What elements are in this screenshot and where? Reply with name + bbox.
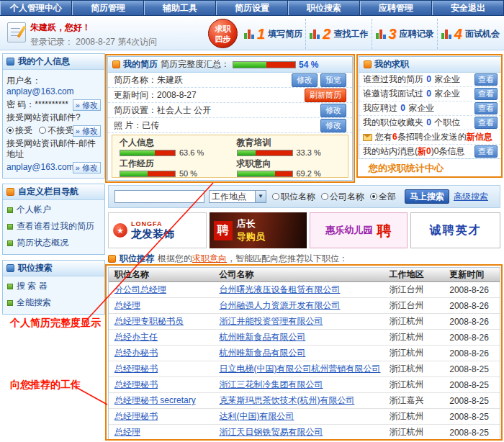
modify-resume-button[interactable]: 修改 [292,73,318,87]
location-select[interactable]: 工作地点 ▼ [209,190,266,203]
job-company-link[interactable]: 浙江三花制冷集团有限公司 [219,379,323,389]
nav-personal-center[interactable]: 个人管理中心 [0,1,72,15]
password-row: 密 码：********** » 修改 [6,99,101,110]
row-text: 个职位 [432,117,460,127]
job-intent-link[interactable]: 求职意向 [192,253,227,263]
job-company-link[interactable]: 克莱斯玛思茶饮技术(杭州)有限公司 [219,395,354,405]
panel-custom-nav: 自定义栏目导航 个人帐户 查看谁看过我的简历 简历状态概况 [2,184,105,255]
radio-position[interactable] [272,193,279,200]
job-position-link[interactable]: 总经理专职秘书员 [114,316,184,326]
nav-resume-settings[interactable]: 简历设置 [216,1,288,15]
sidebar-item-who-viewed-resume[interactable]: 查看谁看过我的简历 [3,218,104,235]
sidebar-item-omni-search[interactable]: 全能搜索 [3,294,104,311]
step-application-record[interactable]: 3 应聘记录 [372,19,438,49]
step-interview-chance[interactable]: 4 面试机会 [438,19,503,49]
section-personal-info: 个人信息 63.6 % [120,138,224,157]
banner-longfa-decoration[interactable]: ★ LONGFA龙发装饰 [108,212,207,248]
row-count: 0 [426,117,432,127]
step-find-job[interactable]: 2 查找工作 [306,19,372,49]
resume-completeness-bar [233,61,296,68]
subtitle-text: ，智能匹配向您推荐以下职位： [227,253,348,263]
job-recommendation-title: 职位推荐 [120,253,154,265]
radio-company-option[interactable]: 公司名称 [321,191,364,203]
list-icon [108,255,116,263]
subtitle-text: 根据您的 [158,253,192,263]
job-position-link[interactable]: 总经理秘书 [114,379,158,389]
section-work-experience: 工作经历 50 % [120,159,224,178]
row-count: 0 [426,74,432,84]
nav-resume-management[interactable]: 简历管理 [72,1,144,15]
accept-radio[interactable] [6,127,14,134]
view-button[interactable]: 查看 [474,102,498,114]
banner-kindergarten[interactable]: 惠乐幼儿园 聘 [310,212,408,248]
job-company-link[interactable]: 台州融强人力资源开发有限公司 [219,300,340,310]
job-date: 2008-8-26 [446,317,500,327]
notice-count: 6 [392,132,397,142]
job-company-link[interactable]: 台州曙光液压设备租赁有限公司 [219,284,340,294]
banner-store-manager[interactable]: 聘 店长导购员 [210,212,307,248]
job-company-link[interactable]: 日立电梯(中国)有限公司杭州营销有限公司 [219,364,380,374]
banner-title: 惠乐幼儿园 [325,224,372,237]
nav-application-management[interactable]: 应聘管理 [360,1,432,15]
messages-row: 我的站内消息(新0)0条信息 查看 [359,145,501,159]
view-button[interactable]: 查看 [474,117,498,129]
job-position-link[interactable]: 分公司总经理 [114,284,166,294]
advanced-search-link[interactable]: 高级搜索 [454,191,488,203]
resume-time-text: 更新时间：2008-8-27 [114,89,197,102]
radio-all[interactable] [370,193,377,200]
modify-photo-button[interactable]: 修改 [320,119,346,132]
preview-resume-button[interactable]: 预览 [320,73,346,87]
newsletter-choice-row: 接受 不接受 » 修改 [6,125,101,136]
radio-label: 公司名称 [330,191,364,203]
job-position-link[interactable]: 总经理 [114,300,140,310]
job-region: 浙江杭州 [387,410,447,423]
bar-chart-icon [376,29,386,39]
job-company-link[interactable]: 达利(中国)有限公司 [219,411,294,421]
step-label: 面试机会 [465,28,500,40]
modify-password-button[interactable]: » 修改 [73,99,101,111]
job-company-link[interactable]: 杭州唯新食品有限公司 [219,332,305,342]
sidebar-item-searcher[interactable]: 搜 索 器 [3,278,104,294]
radio-company[interactable] [321,193,328,200]
row-count: 0 [400,103,406,113]
nav-tools[interactable]: 辅助工具 [144,1,216,15]
radio-all-option[interactable]: 全部 [370,191,396,203]
nav-job-search[interactable]: 职位搜索 [288,1,360,15]
login-record: 登录记录： 2008-8-27 第4次访问 [30,36,157,48]
star-logo-icon: ★ [113,223,127,238]
search-now-button[interactable]: 马上搜索 [405,189,449,204]
reject-radio[interactable] [39,127,46,134]
view-button[interactable]: 查看 [474,73,498,86]
refresh-resume-button[interactable]: 刷新简历 [305,89,346,102]
radio-position-option[interactable]: 职位名称 [272,191,315,203]
job-date: 2008-8-25 [446,412,500,422]
view-button[interactable]: 查看 [474,88,498,100]
view-button[interactable]: 查看 [474,145,498,158]
job-company-link[interactable]: 杭州唯新食品有限公司 [219,348,305,358]
modify-setting-button[interactable]: 修改 [320,104,346,117]
nav-logout[interactable]: 安全退出 [432,1,504,15]
sidebar-item-label: 简历状态概况 [17,237,68,249]
modify-email-button[interactable]: » 修改 [73,162,101,173]
job-date: 2008-8-26 [446,285,500,295]
sidebar-item-account[interactable]: 个人帐户 [3,202,104,218]
job-position-link[interactable]: 总经办主任 [114,332,158,342]
job-position-link[interactable]: 总经理秘书 [114,364,158,374]
job-position-link[interactable]: 总经办秘书 [114,348,158,358]
job-company-link[interactable]: 浙江井能投资管理有限公司 [219,316,323,326]
sidebar-item-resume-status[interactable]: 简历状态概况 [3,235,104,251]
keyword-input[interactable] [114,190,204,203]
notice-highlight: 新信息 [467,132,492,142]
job-position-link[interactable]: 总经理秘书 [114,411,158,421]
job-region: 浙江杭州 [387,315,447,328]
job-recommendation-table: 职位名称 公司名称 工作地区 更新时间 分公司总经理 台州曙光液压设备租赁有限公… [108,267,500,441]
modify-newsletter-button[interactable]: » 修改 [73,125,101,137]
job-position-link[interactable]: 总经理秘书 secretary [114,395,196,405]
banner-recruit-talent[interactable]: 诚聘英才 [410,212,500,248]
job-region: 浙江杭州 [387,379,447,391]
job-position-link[interactable]: 总经理 [114,427,140,437]
column-header-position: 职位名称 [109,269,216,281]
job-date: 2008-8-26 [446,301,500,311]
job-company-link[interactable]: 浙江天目钢铁贸易有限公司 [219,427,323,437]
step-fill-resume[interactable]: 1 填写简历 [240,19,306,49]
